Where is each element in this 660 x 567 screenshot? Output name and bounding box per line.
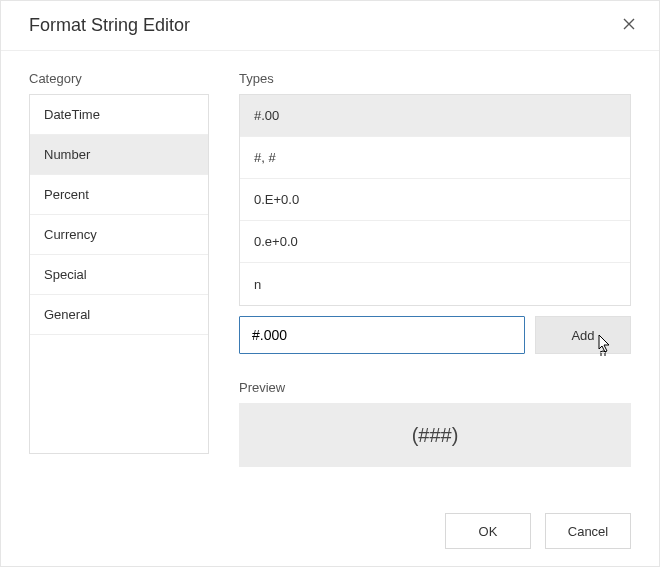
types-panel: Types #.00 #, # 0.E+0.0 0.e+0.0 n Add Pr… (239, 71, 631, 467)
format-string-input[interactable] (239, 316, 525, 354)
format-input-row: Add (239, 316, 631, 354)
dialog-body: Category DateTime Number Percent Currenc… (1, 51, 659, 467)
category-item-datetime[interactable]: DateTime (30, 95, 208, 135)
format-string-editor-dialog: Format String Editor Category DateTime N… (0, 0, 660, 567)
category-item-number[interactable]: Number (30, 135, 208, 175)
category-item-percent[interactable]: Percent (30, 175, 208, 215)
types-label: Types (239, 71, 631, 86)
category-label: Category (29, 71, 209, 86)
type-item[interactable]: #, # (240, 137, 630, 179)
category-panel: Category DateTime Number Percent Currenc… (29, 71, 209, 467)
dialog-title: Format String Editor (29, 15, 190, 36)
dialog-footer: OK Cancel (1, 496, 659, 566)
add-button[interactable]: Add (535, 316, 631, 354)
dialog-header: Format String Editor (1, 1, 659, 51)
type-item[interactable]: 0.E+0.0 (240, 179, 630, 221)
preview-box: (###) (239, 403, 631, 467)
preview-label: Preview (239, 380, 631, 395)
type-item[interactable]: n (240, 263, 630, 305)
category-item-general[interactable]: General (30, 295, 208, 335)
category-item-special[interactable]: Special (30, 255, 208, 295)
ok-button[interactable]: OK (445, 513, 531, 549)
close-icon (623, 18, 635, 33)
preview-value: (###) (412, 424, 459, 447)
types-list: #.00 #, # 0.E+0.0 0.e+0.0 n (239, 94, 631, 306)
cancel-button[interactable]: Cancel (545, 513, 631, 549)
category-list: DateTime Number Percent Currency Special… (29, 94, 209, 454)
close-button[interactable] (619, 16, 639, 36)
type-item[interactable]: 0.e+0.0 (240, 221, 630, 263)
type-item[interactable]: #.00 (240, 95, 630, 137)
category-item-currency[interactable]: Currency (30, 215, 208, 255)
